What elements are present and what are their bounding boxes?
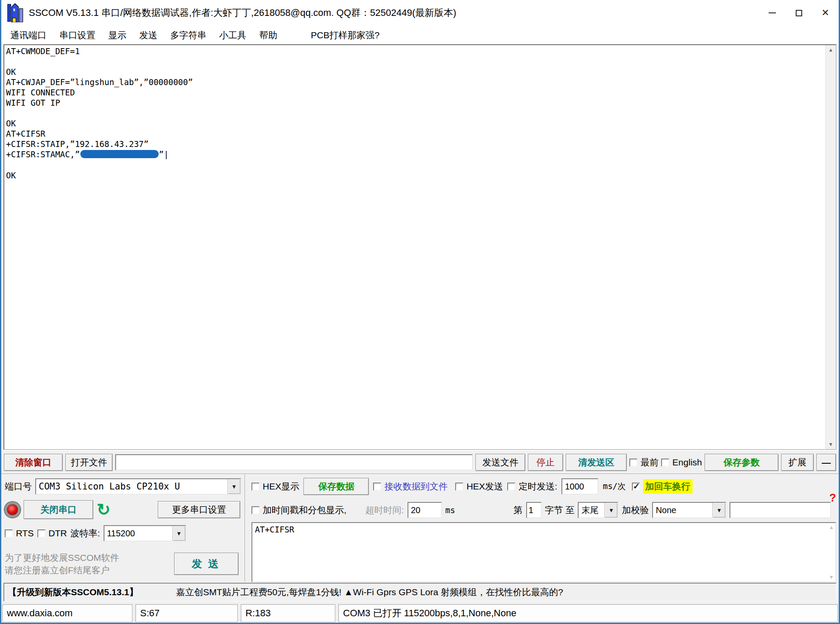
dtr-checkbox-box[interactable]: [37, 529, 46, 538]
promo-row: 为了更好地发展SSCOM软件 请您注册嘉立创F结尾客户 发送: [1, 547, 245, 581]
menu-item-help[interactable]: 帮助: [253, 28, 284, 43]
baud-row: RTS DTR 波特率: 115200 ▼: [1, 523, 245, 544]
timed-send-checkbox-box[interactable]: [507, 483, 515, 491]
timestamp-checkbox[interactable]: 加时间戳和分包显示,: [251, 504, 346, 516]
timeout-input[interactable]: [408, 502, 442, 518]
recv-to-file-checkbox[interactable]: 接收数据到文件: [373, 480, 448, 492]
send-data-input[interactable]: AT+CIFSR ▲ ▼: [251, 522, 836, 582]
stop-button[interactable]: 停止: [528, 454, 563, 471]
maximize-icon: [796, 10, 802, 16]
rts-checkbox[interactable]: RTS: [5, 528, 34, 538]
refresh-ports-icon[interactable]: ↻: [97, 503, 110, 516]
options-row-2: 加时间戳和分包显示, 超时时间: ms 第 字节 至 末尾 ▼ 加校验 None…: [246, 500, 836, 520]
menu-item-multi-string[interactable]: 多字符串: [164, 28, 213, 43]
append-crlf-checkbox-box[interactable]: [632, 483, 640, 491]
interval-input[interactable]: [561, 478, 598, 495]
timed-send-label: 定时发送:: [518, 480, 557, 492]
file-path-input[interactable]: [115, 454, 473, 471]
port-select[interactable]: COM3 Silicon Labs CP210x U ▼: [35, 478, 241, 495]
maximize-button[interactable]: [785, 0, 812, 26]
checksum-select[interactable]: None ▼: [652, 502, 726, 518]
window-controls: ✕: [759, 0, 839, 26]
checksum-extra-field[interactable]: [730, 502, 831, 518]
vertical-divider: [245, 474, 245, 582]
notice-promo-text: 嘉立创SMT贴片工程费50元,每焊盘1分钱! ▲Wi-Fi Gprs GPS L…: [176, 586, 563, 598]
options-row-1: HEX显示 保存数据 接收数据到文件 HEX发送 定时发送: ms/次: [246, 477, 836, 496]
scroll-down-icon[interactable]: ▼: [826, 441, 836, 447]
rts-label: RTS: [16, 528, 34, 538]
baud-label: 波特率:: [71, 527, 100, 539]
menu-item-display[interactable]: 显示: [102, 28, 133, 43]
topmost-checkbox[interactable]: 最前: [629, 456, 659, 468]
redacted-mac-address: [80, 150, 159, 158]
topmost-label: 最前: [641, 456, 659, 468]
scroll-up-icon[interactable]: ▲: [826, 47, 836, 53]
menu-item-pcb-ad[interactable]: PCB打样那家强?: [304, 28, 386, 43]
send-data-text: AT+CIFSR: [255, 524, 294, 535]
hex-send-checkbox[interactable]: HEX发送: [455, 480, 503, 492]
terminal-scrollbar[interactable]: ▲ ▼: [825, 45, 836, 449]
port-open-led-icon: [5, 502, 20, 517]
timestamp-checkbox-box[interactable]: [251, 506, 260, 514]
toolbar-row: 清除窗口 打开文件 发送文件 停止 清发送区 最前 English 保存参数 扩…: [4, 453, 836, 472]
checksum-value: None: [653, 503, 712, 517]
menu-item-comm-port[interactable]: 通讯端口: [4, 28, 53, 43]
collapse-button[interactable]: —: [816, 454, 836, 471]
status-website[interactable]: www.daxia.com: [2, 604, 132, 622]
port-dropdown-arrow-icon[interactable]: ▼: [227, 479, 240, 494]
byte-end-arrow-icon[interactable]: ▼: [604, 503, 617, 517]
status-bar: www.daxia.com S:67 R:183 COM3 已打开 115200…: [2, 604, 838, 622]
recv-to-file-checkbox-box[interactable]: [373, 483, 381, 491]
open-file-button[interactable]: 打开文件: [65, 454, 113, 471]
hex-display-checkbox-box[interactable]: [251, 483, 260, 491]
hex-display-label: HEX显示: [263, 480, 299, 492]
baud-select-value: 115200: [104, 526, 172, 541]
terminal-output[interactable]: AT+CWMODE_DEF=1 OKAT+CWJAP_DEF=”lingshun…: [6, 46, 825, 448]
port-settings-panel: 端口号 COM3 Silicon Labs CP210x U ▼ 关闭串口 ↻ …: [1, 475, 245, 582]
clear-send-button[interactable]: 清发送区: [566, 454, 627, 471]
minimize-button[interactable]: [759, 0, 785, 26]
baud-dropdown-arrow-icon[interactable]: ▼: [172, 526, 185, 541]
timeout-label: 超时时间:: [365, 504, 404, 516]
topmost-checkbox-box[interactable]: [629, 459, 638, 467]
close-port-button[interactable]: 关闭串口: [24, 500, 93, 519]
rts-checkbox-box[interactable]: [5, 529, 13, 538]
status-sent-count: S:67: [135, 604, 238, 622]
promo-line-1: 为了更好地发展SSCOM软件: [5, 551, 119, 564]
save-params-button[interactable]: 保存参数: [705, 454, 779, 471]
register-promo-text: 为了更好地发展SSCOM软件 请您注册嘉立创F结尾客户: [5, 551, 119, 576]
send-file-button[interactable]: 发送文件: [475, 454, 525, 471]
status-port-info: COM3 已打开 115200bps,8,1,None,None: [338, 604, 838, 622]
baud-select[interactable]: 115200 ▼: [104, 525, 186, 541]
close-button[interactable]: ✕: [812, 0, 839, 26]
english-checkbox[interactable]: English: [661, 457, 702, 468]
byte-to-label: 字节 至: [545, 504, 575, 516]
save-data-button[interactable]: 保存数据: [304, 478, 369, 495]
sendbox-scroll-down-icon[interactable]: ▼: [829, 574, 834, 580]
hex-display-checkbox[interactable]: HEX显示: [251, 480, 299, 492]
hex-send-checkbox-box[interactable]: [455, 483, 463, 491]
byte-index-input[interactable]: [526, 502, 542, 518]
terminal-area: AT+CWMODE_DEF=1 OKAT+CWJAP_DEF=”lingshun…: [3, 44, 837, 450]
menu-item-tools[interactable]: 小工具: [213, 28, 253, 43]
append-crlf-checkbox[interactable]: 加回车换行: [632, 479, 693, 494]
menu-item-serial-settings[interactable]: 串口设置: [53, 28, 102, 43]
more-serial-settings-button[interactable]: 更多串口设置: [158, 501, 240, 518]
sscom-window: SSCOM V5.13.1 串口/网络数据调试器,作者:大虾丁丁,2618058…: [0, 0, 840, 624]
dtr-checkbox[interactable]: DTR: [37, 528, 67, 538]
clear-window-button[interactable]: 清除窗口: [4, 454, 63, 471]
send-button[interactable]: 发送: [174, 553, 239, 575]
english-checkbox-box[interactable]: [661, 459, 669, 467]
upgrade-link[interactable]: 【升级到新版本SSCOM5.13.1】: [8, 586, 138, 598]
timed-send-checkbox[interactable]: 定时发送:: [507, 480, 557, 492]
menu-item-send[interactable]: 发送: [133, 28, 164, 43]
sendbox-scroll-up-icon[interactable]: ▲: [829, 524, 834, 530]
title-bar: SSCOM V5.13.1 串口/网络数据调试器,作者:大虾丁丁,2618058…: [1, 0, 839, 26]
control-panel: 清除窗口 打开文件 发送文件 停止 清发送区 最前 English 保存参数 扩…: [1, 451, 839, 623]
app-logo-icon: [7, 3, 24, 22]
append-crlf-label: 加回车换行: [643, 479, 693, 494]
byte-end-select[interactable]: 末尾 ▼: [578, 502, 618, 518]
checksum-label: 加校验: [622, 504, 649, 516]
checksum-arrow-icon[interactable]: ▼: [712, 503, 725, 517]
extend-button[interactable]: 扩展: [781, 454, 814, 471]
